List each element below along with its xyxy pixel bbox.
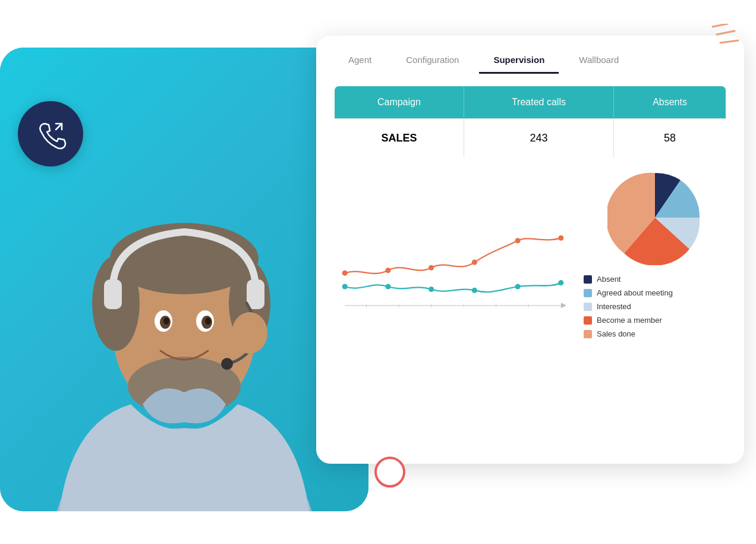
data-table-section: Campaign Treated calls Absents SALES 243… <box>334 86 726 158</box>
campaign-table: Campaign Treated calls Absents SALES 243… <box>334 86 726 158</box>
legend-color-absent <box>584 275 592 284</box>
svg-line-2 <box>720 40 738 43</box>
svg-point-34 <box>472 287 477 293</box>
svg-point-27 <box>429 265 434 270</box>
col-header-campaign: Campaign <box>335 86 464 119</box>
cell-absents: 58 <box>614 119 726 158</box>
line-chart <box>334 174 572 340</box>
legend-label-absent: Absent <box>597 275 620 284</box>
svg-point-31 <box>342 284 348 289</box>
legend-color-interested <box>584 303 592 311</box>
svg-point-28 <box>472 259 477 265</box>
tab-wallboard[interactable]: Wallboard <box>565 48 633 74</box>
svg-point-33 <box>429 287 434 292</box>
col-header-absents: Absents <box>614 86 726 119</box>
svg-point-25 <box>342 270 348 275</box>
chart-section: Absent Agreed about meeting Interested B… <box>334 170 726 343</box>
chart-legend: Absent Agreed about meeting Interested B… <box>584 275 726 343</box>
tab-agent[interactable]: Agent <box>334 48 386 74</box>
legend-label-agreed: Agreed about meeting <box>597 288 673 297</box>
table-row: SALES 243 58 <box>335 119 726 158</box>
cell-campaign-name: SALES <box>335 119 464 158</box>
svg-point-26 <box>385 268 390 273</box>
svg-line-0 <box>713 24 727 27</box>
dashboard-card: Agent Configuration Supervision Wallboar… <box>316 36 744 464</box>
legend-item-sales: Sales done <box>584 329 726 338</box>
tab-supervision[interactable]: Supervision <box>479 48 559 74</box>
legend-color-agreed <box>584 289 592 297</box>
cell-treated-calls: 243 <box>464 119 613 158</box>
legend-item-member: Become a member <box>584 316 726 325</box>
svg-point-32 <box>385 284 390 289</box>
svg-point-29 <box>515 238 521 243</box>
right-panel: Absent Agreed about meeting Interested B… <box>584 170 726 343</box>
legend-color-member <box>584 316 592 325</box>
phone-icon-circle <box>18 101 83 166</box>
svg-line-1 <box>717 31 735 34</box>
legend-color-sales <box>584 330 592 338</box>
legend-item-agreed: Agreed about meeting <box>584 288 726 297</box>
scene: Agent Configuration Supervision Wallboar… <box>0 0 756 544</box>
svg-point-14 <box>163 317 169 325</box>
decorative-circle <box>374 457 405 488</box>
svg-point-30 <box>558 235 563 240</box>
svg-point-18 <box>221 358 233 370</box>
phone-outgoing-icon <box>34 118 67 150</box>
svg-point-36 <box>558 280 563 285</box>
decorative-lines <box>710 24 739 50</box>
legend-label-sales: Sales done <box>597 329 635 338</box>
tab-configuration[interactable]: Configuration <box>392 48 473 74</box>
svg-rect-16 <box>104 279 122 309</box>
svg-point-35 <box>515 284 521 289</box>
legend-label-interested: Interested <box>597 302 631 311</box>
pie-chart <box>607 170 703 265</box>
svg-point-15 <box>205 317 211 325</box>
svg-marker-24 <box>561 303 566 308</box>
legend-label-member: Become a member <box>597 316 662 325</box>
svg-line-22 <box>56 124 62 130</box>
legend-item-interested: Interested <box>584 302 726 311</box>
svg-rect-17 <box>247 279 264 309</box>
tab-navigation: Agent Configuration Supervision Wallboar… <box>316 36 744 74</box>
legend-item-absent: Absent <box>584 275 726 284</box>
svg-point-19 <box>232 312 267 354</box>
col-header-treated-calls: Treated calls <box>464 86 613 119</box>
